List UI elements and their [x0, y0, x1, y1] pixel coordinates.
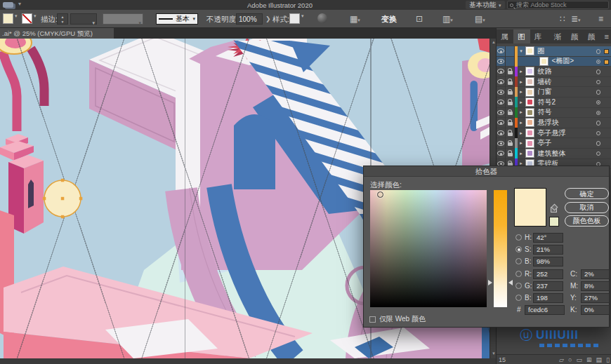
lock-toggle[interactable]: [506, 148, 515, 159]
layer-row[interactable]: ▸ 符号: [497, 108, 611, 119]
layer-row[interactable]: ▸ 悬浮块: [497, 118, 611, 128]
new-layer-icon[interactable]: ▤: [596, 356, 603, 363]
document-tab[interactable]: .ai* @ 25% (CMYK/GPU 预览): [0, 28, 114, 39]
expand-chevron-icon[interactable]: ▸: [518, 79, 525, 85]
k-field[interactable]: 0%: [581, 305, 610, 315]
layer-thumbnail[interactable]: [525, 88, 534, 97]
layer-name[interactable]: 符号: [538, 107, 552, 117]
bounding-box-icon[interactable]: ⊡: [416, 13, 423, 25]
expand-chevron-icon[interactable]: ▸: [518, 140, 525, 146]
checkbox-icon[interactable]: [369, 316, 376, 323]
radio-h[interactable]: [515, 234, 522, 241]
layer-row[interactable]: ▸ 门窗: [497, 87, 611, 97]
s-field[interactable]: 21%: [533, 245, 563, 255]
fill-caret-icon[interactable]: ▾: [15, 13, 18, 19]
tab-color-guide[interactable]: 颜色参: [584, 29, 605, 43]
layer-thumbnail[interactable]: [539, 57, 548, 66]
lock-toggle[interactable]: [506, 118, 515, 128]
visibility-toggle[interactable]: [497, 138, 506, 149]
layer-name[interactable]: 门窗: [538, 87, 552, 97]
document-setup-globe-icon[interactable]: [317, 13, 327, 23]
layer-name[interactable]: <椭圆>: [552, 56, 574, 66]
layer-thumbnail[interactable]: [525, 77, 534, 86]
expand-chevron-icon[interactable]: ▸: [518, 100, 525, 105]
locate-object-icon[interactable]: ○: [568, 356, 572, 363]
expand-chevron-icon[interactable]: ▾: [518, 48, 525, 54]
layer-name[interactable]: 圈: [538, 46, 545, 56]
layer-name[interactable]: 悬浮块: [538, 118, 559, 128]
layer-row[interactable]: ▾ 圈: [497, 46, 611, 57]
color-swatches-button[interactable]: 颜色色板: [565, 215, 609, 227]
target-circle-icon[interactable]: [596, 131, 601, 136]
collect-for-export-icon[interactable]: ▱: [559, 356, 564, 363]
layer-thumbnail[interactable]: [525, 108, 534, 117]
target-circle-icon[interactable]: [596, 49, 601, 54]
web-safe-color-swatch[interactable]: [549, 217, 559, 227]
radio-s[interactable]: [515, 246, 522, 252]
graphic-style-swatch[interactable]: [289, 13, 300, 24]
layer-thumbnail[interactable]: [525, 118, 534, 127]
layer-thumbnail[interactable]: [525, 67, 534, 76]
hex-field[interactable]: fcedc6: [525, 305, 565, 315]
slider-left-arrow-icon[interactable]: [488, 280, 492, 285]
tab-gradient[interactable]: 渐变: [550, 29, 567, 43]
workspace-layout-icon[interactable]: ≣▾: [571, 13, 581, 25]
target-circle-icon[interactable]: [596, 141, 601, 146]
layer-thumbnail[interactable]: [525, 128, 534, 137]
layer-name[interactable]: 亭子悬浮: [538, 128, 566, 138]
ok-button[interactable]: 确定: [565, 188, 609, 199]
out-of-web-gamut-cube-icon[interactable]: [551, 207, 557, 213]
c-field[interactable]: 2%: [581, 269, 610, 279]
lock-toggle[interactable]: [506, 138, 515, 149]
layer-row[interactable]: ▸ 亭子悬浮: [497, 128, 611, 139]
layer-name[interactable]: 墙砖: [538, 77, 552, 87]
visibility-toggle[interactable]: [497, 76, 506, 87]
transform-button[interactable]: 变换: [381, 13, 397, 25]
tab-layers[interactable]: 图层: [513, 29, 530, 43]
lock-toggle[interactable]: [506, 87, 515, 97]
expand-chevron-icon[interactable]: ▸: [518, 89, 525, 95]
tab-libraries[interactable]: 库: [530, 29, 546, 43]
stroke-color-swatch[interactable]: [22, 13, 32, 24]
preferences-grid-icon[interactable]: ▦▾: [350, 13, 360, 25]
target-circle-icon[interactable]: [596, 60, 601, 65]
target-circle-icon[interactable]: [596, 151, 601, 156]
g-field[interactable]: 237: [533, 281, 563, 291]
radio-b2[interactable]: [515, 295, 522, 301]
h-field[interactable]: 42°: [533, 233, 563, 243]
expand-chevron-icon[interactable]: ▸: [518, 130, 525, 136]
radio-b[interactable]: [515, 258, 522, 264]
target-circle-icon[interactable]: [596, 111, 601, 116]
lock-toggle[interactable]: [506, 46, 515, 57]
app-switcher-icon[interactable]: [3, 2, 13, 8]
stock-search-input[interactable]: 搜索 Adobe Stock: [507, 1, 609, 9]
target-circle-icon[interactable]: [596, 100, 601, 105]
radio-g[interactable]: [515, 283, 522, 289]
workspace-switcher[interactable]: 基本功能▾: [466, 1, 505, 9]
visibility-toggle[interactable]: [497, 128, 506, 138]
layer-name[interactable]: 纹路: [538, 67, 552, 76]
m-field[interactable]: 8%: [581, 281, 610, 291]
lock-toggle[interactable]: [506, 128, 515, 138]
layer-name[interactable]: 建筑整体: [538, 149, 566, 159]
visibility-toggle[interactable]: [497, 46, 506, 57]
tab-color[interactable]: 颜色: [567, 29, 584, 43]
radio-r[interactable]: [515, 271, 522, 277]
layer-name[interactable]: 亭子: [538, 138, 552, 148]
lock-toggle[interactable]: [506, 97, 515, 107]
stroke-caret-icon[interactable]: ▾: [34, 13, 37, 19]
cancel-button[interactable]: 取消: [565, 202, 609, 213]
menu-icon[interactable]: ≡: [598, 13, 603, 25]
target-circle-icon[interactable]: [596, 69, 601, 74]
b-field[interactable]: 98%: [533, 257, 563, 267]
lock-toggle[interactable]: [506, 67, 515, 77]
r-field[interactable]: 252: [533, 269, 563, 279]
delete-layer-icon[interactable]: ▯: [606, 356, 610, 363]
layer-name[interactable]: 符号2: [538, 97, 556, 107]
visibility-toggle[interactable]: [497, 67, 506, 77]
layer-thumbnail[interactable]: [525, 139, 534, 148]
app-switcher-caret-icon[interactable]: ▾: [18, 1, 21, 7]
lock-toggle[interactable]: [506, 56, 515, 67]
color-slider[interactable]: [494, 190, 507, 307]
expand-chevron-icon[interactable]: ▸: [518, 151, 525, 156]
